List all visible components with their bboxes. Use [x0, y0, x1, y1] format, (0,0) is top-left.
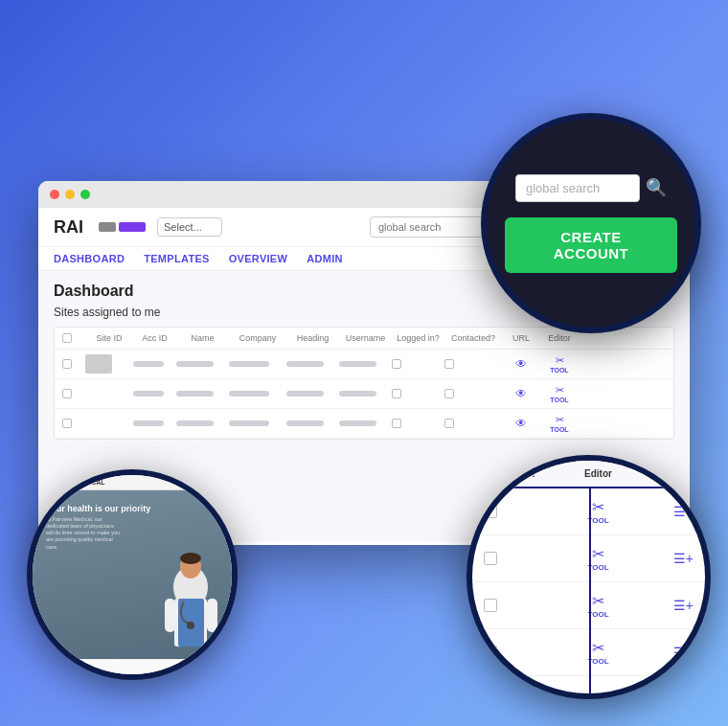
svg-point-7: [187, 622, 194, 629]
th-url: URL: [502, 333, 540, 343]
row-logged-in: [392, 419, 444, 428]
zt-th-editor: Editor: [560, 468, 636, 479]
row-checkbox[interactable]: [62, 359, 85, 369]
row-contacted: [444, 389, 502, 398]
row-heading: [286, 420, 339, 426]
row-company: [229, 420, 286, 426]
zt-check[interactable]: [484, 505, 560, 518]
svg-rect-5: [207, 599, 217, 632]
zoom-circle-table: Contacted? Editor Upgrade ✂ TOOL ☰+ ✂ TO…: [466, 455, 711, 699]
row-company: [229, 361, 286, 367]
nav-item-overview[interactable]: OVERVIEW: [229, 253, 288, 264]
hero-description: At Fairview Medical, our dedicated team …: [46, 516, 123, 551]
row-logged-in: [392, 389, 444, 398]
zt-check[interactable]: [484, 599, 560, 612]
header-dropdown[interactable]: Select...: [157, 217, 222, 237]
app-logo: RAI: [54, 217, 83, 238]
row-contacted: [444, 359, 502, 369]
row-heading: [286, 391, 339, 397]
table-divider: [589, 488, 591, 693]
doctor-illustration: [155, 549, 227, 659]
row-name: [176, 361, 229, 367]
dot-yellow[interactable]: [65, 190, 75, 199]
zoom-circle-website-preview: FAIRVIEW MEDICAL ≡ Your health is our pr…: [27, 469, 238, 680]
zoomed-search-area: global search 🔍: [515, 174, 667, 202]
logo-bars: [99, 222, 146, 232]
hero-tagline: Your health is our priority: [46, 504, 150, 513]
zoomed-search-input[interactable]: global search: [515, 174, 640, 202]
svg-rect-4: [165, 599, 175, 632]
nav-item-templates[interactable]: TEMPLATES: [144, 253, 210, 264]
dot-green[interactable]: [80, 190, 90, 199]
row-acc-id: [133, 420, 176, 426]
th-editor: Editor: [540, 333, 579, 343]
row-heading: [286, 361, 339, 367]
row-username: [339, 361, 392, 367]
zt-menu-cell[interactable]: ☰+: [636, 551, 694, 566]
th-logged-in: Logged in?: [392, 333, 444, 343]
nav-item-dashboard[interactable]: DASHBOARD: [54, 253, 125, 264]
row-checkbox[interactable]: [62, 389, 85, 398]
logo-bar2: [119, 222, 146, 232]
row-acc-id: [133, 361, 176, 367]
zt-menu-cell[interactable]: ☰+: [636, 504, 694, 519]
row-editor-tool[interactable]: ✂ TOOL: [540, 414, 579, 433]
row-acc-id: [133, 391, 176, 397]
svg-point-2: [180, 553, 201, 564]
row-url-icon[interactable]: 👁: [502, 387, 540, 400]
sites-table: Site ID Acc ID Name Company Heading User…: [54, 327, 674, 440]
row-thumb: [85, 354, 133, 374]
row-username: [339, 420, 392, 426]
table-row: 👁 ✂ TOOL: [55, 350, 673, 379]
row-name: [176, 391, 229, 397]
row-logged-in: [392, 359, 444, 369]
row-url-icon[interactable]: 👁: [502, 357, 540, 371]
zt-check[interactable]: [484, 552, 560, 565]
th-contacted: Contacted?: [444, 333, 502, 343]
preview-hero: Your health is our priority At Fairview …: [33, 490, 232, 659]
row-url-icon[interactable]: 👁: [502, 417, 540, 430]
row-contacted: [444, 419, 502, 428]
th-check: [62, 333, 85, 343]
nav-item-admin[interactable]: ADMIN: [307, 253, 343, 264]
row-checkbox[interactable]: [62, 419, 85, 428]
th-heading: Heading: [286, 333, 339, 343]
th-site-id: Site ID: [85, 333, 133, 343]
zoomed-search-icon[interactable]: 🔍: [646, 177, 667, 198]
zt-tool-cell[interactable]: ✂ TOOL: [560, 639, 636, 666]
row-name: [176, 420, 229, 426]
logo-bar1: [99, 222, 116, 232]
zoom-circle-create-account: global search 🔍 CREATE ACCOUNT: [481, 113, 701, 333]
zt-tool-cell[interactable]: ✂ TOOL: [560, 592, 636, 619]
table-row: 👁 ✂ TOOL: [55, 379, 673, 409]
zt-menu-cell[interactable]: ☰+: [636, 598, 694, 613]
preview-footer: RATE SMITH: [33, 659, 232, 674]
th-acc-id: Acc ID: [133, 333, 176, 343]
preview-footer-text: RATE SMITH: [40, 664, 80, 670]
zt-menu-cell[interactable]: ☰+: [636, 645, 694, 660]
zt-tool-cell[interactable]: ✂ TOOL: [560, 498, 636, 525]
hero-text-area: Your health is our priority At Fairview …: [46, 504, 150, 551]
zoomed-create-account-button[interactable]: CREATE ACCOUNT: [505, 217, 677, 273]
th-company: Company: [229, 333, 286, 343]
dot-red[interactable]: [50, 190, 59, 199]
zt-tool-cell[interactable]: ✂ TOOL: [560, 545, 636, 572]
row-editor-tool[interactable]: ✂ TOOL: [540, 384, 579, 403]
th-name: Name: [176, 333, 229, 343]
table-row: 👁 ✂ TOOL: [55, 409, 673, 439]
row-company: [229, 391, 286, 397]
row-username: [339, 391, 392, 397]
th-username: Username: [339, 333, 392, 343]
row-editor-tool[interactable]: ✂ TOOL: [540, 354, 579, 374]
zt-check[interactable]: [484, 646, 560, 659]
